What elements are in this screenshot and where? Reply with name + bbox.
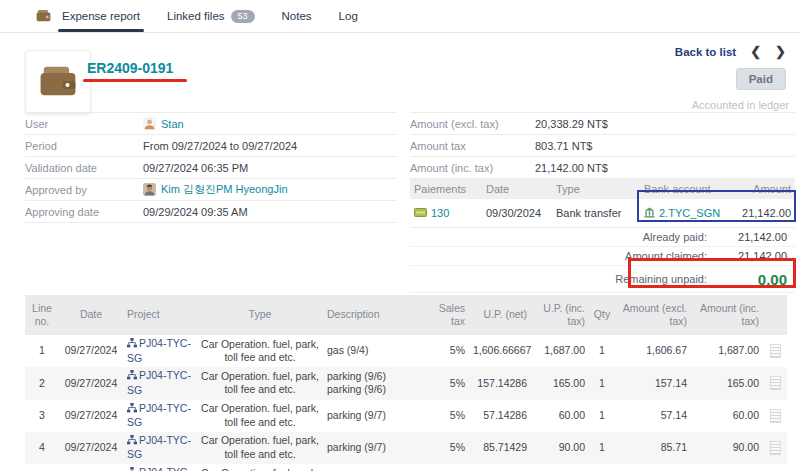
payments-header-row: Paiements Date Type Bank account Amount: [410, 179, 795, 199]
prev-record-icon[interactable]: ❮: [750, 45, 761, 58]
expense-report-page: Expense report Linked files53 Notes Log …: [0, 0, 800, 471]
record-title: ER2409-0191: [87, 60, 173, 76]
line-row-4[interactable]: 4 09/27/2024 PJ04-TYC-SG Car Operation. …: [25, 432, 787, 464]
tab-bar: Expense report Linked files53 Notes Log: [0, 0, 800, 33]
status-paid-button[interactable]: Paid: [736, 68, 786, 90]
field-validation-date: Validation date 09/27/2024 06:35 PM: [25, 157, 397, 179]
receipt-thumbnail-icon[interactable]: [770, 441, 781, 455]
record-thumbnail-card: [25, 50, 91, 114]
expense-lines-table: Line no. Date Project Type Description S…: [25, 295, 787, 471]
tab-log[interactable]: Log: [339, 0, 358, 32]
tab-linked-files[interactable]: Linked files53: [167, 0, 255, 32]
line-row-1[interactable]: 1 09/27/2024 PJ04-TYC-SG Car Operation. …: [25, 335, 787, 367]
field-amount-excl-tax: Amount (excl. tax) 20,338.29 NT$: [410, 113, 795, 135]
tab-notes[interactable]: Notes: [282, 0, 312, 32]
line-row-5[interactable]: PJ04-TYC-SG Car Operation. fuel, park, t…: [25, 464, 787, 471]
field-approving-date: Approving date 09/29/2024 09:35 AM: [25, 201, 397, 223]
line-row-3[interactable]: 3 09/27/2024 PJ04-TYC-SG Car Operation. …: [25, 400, 787, 432]
field-user: User Stan: [25, 113, 397, 135]
receipt-thumbnail-icon[interactable]: [770, 344, 781, 358]
project-icon: [127, 370, 137, 384]
bank-icon: [644, 207, 655, 220]
amount-claimed-row: Amount claimed: 21,142.00: [410, 247, 795, 266]
field-amount-tax: Amount tax 803.71 NT$: [410, 135, 795, 157]
lines-header-row: Line no. Date Project Type Description S…: [25, 295, 787, 335]
back-to-list-link[interactable]: Back to list: [675, 46, 736, 58]
wallet-icon-large: [39, 65, 77, 99]
remaining-unpaid-row: Remaining unpaid: 0.00: [410, 266, 795, 293]
field-period: Period From 09/27/2024 to 09/27/2024: [25, 135, 397, 157]
project-icon: [127, 338, 137, 352]
pager: Back to list ❮ ❯: [675, 45, 786, 58]
accounted-in-ledger-label: Accounted in ledger: [692, 99, 789, 111]
annotation-red-underline: [83, 79, 187, 82]
project-icon: [127, 403, 137, 417]
wallet-icon: [36, 9, 51, 24]
receipt-thumbnail-icon[interactable]: [770, 409, 781, 423]
receipt-thumbnail-icon[interactable]: [770, 376, 781, 390]
approver-link[interactable]: Kim 김형진PM HyeongJin: [161, 182, 288, 197]
remaining-unpaid-value: 0.00: [707, 271, 795, 288]
already-paid-row: Already paid: 21,142.00: [410, 228, 795, 247]
detail-fields-right: Amount (excl. tax) 20,338.29 NT$ Amount …: [410, 112, 795, 179]
field-amount-inc-tax: Amount (inc. tax) 21,142.00 NT$: [410, 157, 795, 179]
payments-table: Paiements Date Type Bank account Amount …: [410, 179, 795, 228]
project-icon: [127, 435, 137, 449]
project-icon: [127, 467, 137, 471]
payment-row[interactable]: 130 09/30/2024 Bank transfer 2.TYC_SGN 2…: [410, 199, 795, 228]
money-icon: [414, 207, 427, 219]
payment-ref-link[interactable]: 130: [431, 207, 449, 219]
payment-summary: Already paid: 21,142.00 Amount claimed: …: [410, 228, 795, 293]
user-avatar: [143, 117, 156, 130]
field-approved-by: Approved by Kim 김형진PM HyeongJin: [25, 179, 397, 201]
next-record-icon[interactable]: ❯: [775, 45, 786, 58]
linked-files-count-badge: 53: [231, 10, 255, 23]
bank-account-link[interactable]: 2.TYC_SGN: [659, 207, 720, 219]
tab-expense-report[interactable]: Expense report: [62, 0, 140, 32]
approver-avatar: [143, 183, 156, 196]
user-link[interactable]: Stan: [161, 118, 184, 130]
line-row-2[interactable]: 2 09/27/2024 PJ04-TYC-SG Car Operation. …: [25, 367, 787, 399]
detail-fields-left: User Stan Period From 09/27/2024 to 09/2…: [25, 112, 397, 223]
